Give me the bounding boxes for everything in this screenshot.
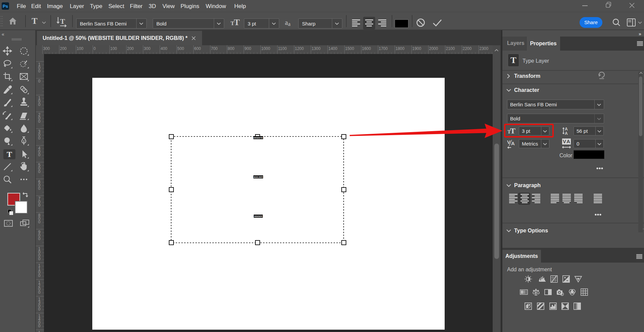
- svg-text:A: A: [565, 127, 568, 131]
- svg-text:BUILDER: BUILDER: [254, 176, 263, 178]
- svg-text:V: V: [563, 139, 566, 144]
- svg-text:A: A: [566, 139, 570, 144]
- svg-text:A: A: [511, 141, 515, 146]
- svg-text:T: T: [60, 17, 65, 25]
- svg-text:Ps: Ps: [3, 4, 8, 9]
- svg-text:T: T: [234, 17, 240, 26]
- svg-text:INSIDER: INSIDER: [254, 215, 262, 217]
- svg-text:WEBSITE: WEBSITE: [254, 137, 263, 139]
- svg-text:A: A: [565, 131, 568, 135]
